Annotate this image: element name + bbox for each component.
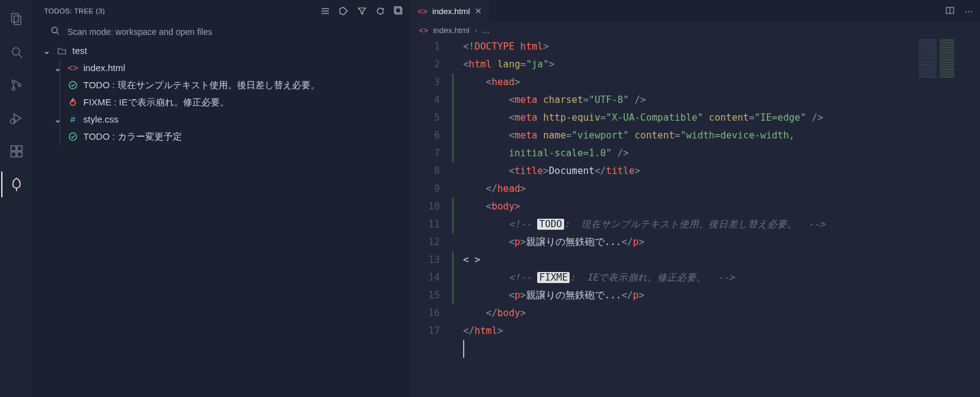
- todo-check-icon: [67, 132, 78, 142]
- svg-rect-11: [11, 152, 16, 157]
- tree-item-text: TODO : カラー変更予定: [83, 130, 404, 143]
- scan-mode-label: Scan mode: workspace and open files: [67, 27, 213, 37]
- breadcrumb-separator: ›: [474, 26, 477, 35]
- editor-tabbar: <> index.html ✕ ⋯: [410, 0, 980, 22]
- svg-rect-1: [14, 16, 21, 25]
- code-editor[interactable]: 1234567891011121314151617 <!DOCTYPE html…: [410, 38, 980, 397]
- breadcrumb-file: index.html: [433, 26, 469, 35]
- activity-extensions[interactable]: [1, 138, 31, 164]
- line-number: 3: [410, 74, 440, 91]
- line-number: 5: [410, 109, 440, 127]
- line-number: 7: [410, 145, 440, 162]
- tree-todo-item[interactable]: TODO : カラー変更予定: [32, 128, 410, 145]
- chevron-down-icon: ⌄: [42, 46, 51, 56]
- tree-file-label: index.html: [83, 61, 404, 75]
- tree-file-style-css[interactable]: ⌄ # style.css: [32, 111, 410, 128]
- svg-point-4: [12, 80, 15, 83]
- list-flat-icon[interactable]: [320, 6, 330, 16]
- tree-file-index-html[interactable]: ⌄ <> index.html: [32, 59, 410, 77]
- svg-point-6: [18, 84, 21, 86]
- sidebar-title: TODOS: TREE (3): [44, 7, 105, 15]
- editor-tab-label: index.html: [432, 7, 470, 16]
- chevron-down-icon: ⌄: [53, 63, 62, 73]
- html-file-icon: <>: [418, 7, 428, 16]
- line-number-gutter: 1234567891011121314151617: [410, 38, 451, 397]
- todo-check-icon: [67, 80, 78, 90]
- svg-point-2: [12, 48, 20, 55]
- line-number: 6: [410, 127, 440, 145]
- svg-rect-12: [17, 152, 22, 157]
- svg-rect-10: [17, 146, 22, 151]
- expand-icon[interactable]: [394, 6, 404, 16]
- line-number: 16: [410, 304, 440, 322]
- chevron-down-icon: ⌄: [53, 115, 62, 124]
- line-number: 10: [410, 198, 440, 216]
- activity-explorer[interactable]: [1, 6, 31, 32]
- activity-todo-tree[interactable]: [1, 172, 31, 197]
- svg-line-20: [57, 32, 59, 34]
- html-file-icon: <>: [419, 26, 428, 35]
- activity-scm[interactable]: [1, 72, 31, 98]
- sidebar-header: TODOS: TREE (3): [32, 0, 410, 22]
- more-icon[interactable]: ⋯: [965, 7, 973, 16]
- line-number: 1: [410, 38, 440, 56]
- tree-root-folder[interactable]: ⌄ test: [32, 42, 410, 59]
- tags-icon[interactable]: [339, 6, 349, 16]
- fixme-flame-icon: [67, 97, 78, 107]
- git-gutter: [451, 38, 463, 397]
- breadcrumb-rest: …: [482, 26, 490, 35]
- editor-breadcrumbs[interactable]: <> index.html › …: [410, 22, 980, 38]
- sidebar: TODOS: TREE (3) Scan mode: workspace and…: [32, 0, 410, 397]
- activity-search[interactable]: [1, 39, 31, 65]
- line-number: 12: [410, 233, 440, 251]
- line-number: 8: [410, 162, 440, 180]
- line-number: 11: [410, 216, 440, 233]
- filter-icon[interactable]: [357, 6, 367, 16]
- tree-todo-item[interactable]: TODO : 現在サンプルテキスト使用。後日差し替え必要。: [32, 77, 410, 94]
- css-file-icon: #: [67, 113, 78, 126]
- svg-rect-9: [11, 146, 16, 151]
- line-number: 17: [410, 322, 440, 340]
- split-editor-icon[interactable]: [945, 6, 955, 17]
- line-number: 2: [410, 56, 440, 74]
- tree-file-label: style.css: [83, 113, 404, 126]
- svg-point-19: [52, 28, 58, 33]
- html-file-icon: <>: [67, 61, 78, 75]
- line-number: 15: [410, 287, 440, 304]
- activity-bar: [0, 0, 32, 397]
- line-number: 4: [410, 91, 440, 109]
- code-lines[interactable]: <!DOCTYPE html> <html lang="ja"> <head> …: [463, 38, 980, 397]
- editor-tab-index-html[interactable]: <> index.html ✕: [410, 0, 490, 22]
- editor-tabbar-actions: ⋯: [938, 0, 980, 22]
- tree-root-label: test: [72, 44, 404, 58]
- editor-area: <> index.html ✕ ⋯ <> index.html › … 1234…: [410, 0, 980, 397]
- close-icon[interactable]: ✕: [475, 6, 482, 16]
- line-number: 13: [410, 251, 440, 269]
- line-number: 9: [410, 180, 440, 198]
- svg-line-3: [19, 55, 22, 58]
- activity-debug[interactable]: [1, 105, 31, 131]
- sidebar-header-actions: [320, 6, 404, 16]
- svg-rect-0: [12, 13, 18, 22]
- svg-point-5: [12, 88, 15, 90]
- tree-fixme-item[interactable]: FIXME : IEで表示崩れ。修正必要。: [32, 94, 410, 111]
- line-number: 14: [410, 269, 440, 287]
- scan-mode-row[interactable]: Scan mode: workspace and open files: [32, 22, 410, 42]
- tree-item-text: TODO : 現在サンプルテキスト使用。後日差し替え必要。: [83, 78, 404, 92]
- tree-item-text: FIXME : IEで表示崩れ。修正必要。: [83, 96, 404, 109]
- folder-icon: [56, 46, 67, 56]
- refresh-icon[interactable]: [375, 6, 385, 16]
- search-icon: [50, 26, 60, 37]
